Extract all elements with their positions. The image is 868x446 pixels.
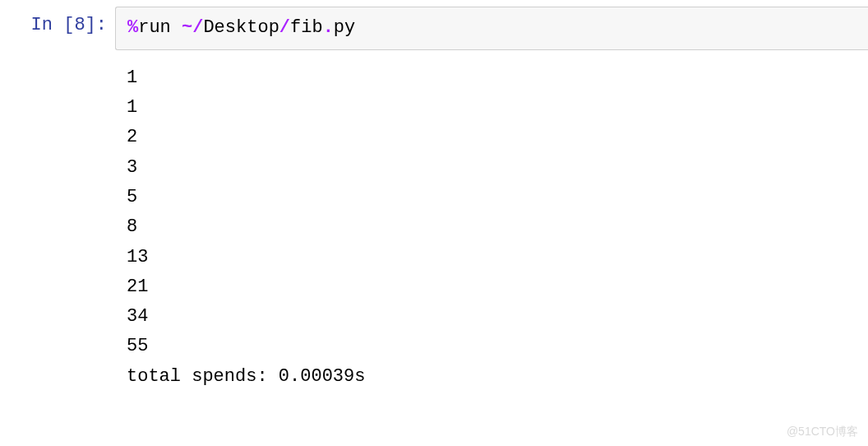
magic-percent: % — [127, 17, 138, 38]
file-ext: py — [334, 17, 355, 38]
output-area: 1 1 2 3 5 8 13 21 34 55 total spends: 0.… — [115, 58, 868, 392]
prompt-close-bracket: ]: — [85, 15, 107, 35]
output-line: 1 — [127, 67, 137, 88]
output-line: 21 — [127, 276, 148, 297]
prompt-number: 8 — [74, 15, 85, 35]
input-prompt: In [8]: — [31, 15, 107, 35]
output-cell: 1 1 2 3 5 8 13 21 34 55 total spends: 0.… — [0, 58, 868, 392]
path-sep-2: / — [279, 17, 290, 38]
path-sep-1: / — [192, 17, 203, 38]
output-line: 2 — [127, 127, 137, 147]
watermark: @51CTO博客 — [787, 425, 858, 439]
output-line: 5 — [127, 187, 137, 207]
input-prompt-area: In [8]: — [0, 0, 115, 35]
file-dot: . — [323, 17, 334, 38]
output-line: 1 — [127, 97, 137, 118]
input-cell: In [8]: %run ~/Desktop/fib.py — [0, 0, 868, 50]
path-tilde: ~ — [182, 17, 192, 38]
output-line: 13 — [127, 247, 148, 267]
output-line: 8 — [127, 216, 137, 237]
magic-command: run — [138, 17, 182, 38]
path-dir: Desktop — [203, 17, 279, 38]
output-line: total spends: 0.00039s — [127, 366, 365, 387]
file-basename: fib — [290, 17, 323, 38]
output-line: 3 — [127, 157, 137, 178]
prompt-in-label: In — [31, 15, 64, 35]
prompt-open-bracket: [ — [63, 15, 74, 35]
code-input-area[interactable]: %run ~/Desktop/fib.py — [115, 7, 868, 50]
output-line: 55 — [127, 336, 148, 356]
output-line: 34 — [127, 306, 148, 327]
code-line: %run ~/Desktop/fib.py — [127, 16, 856, 41]
